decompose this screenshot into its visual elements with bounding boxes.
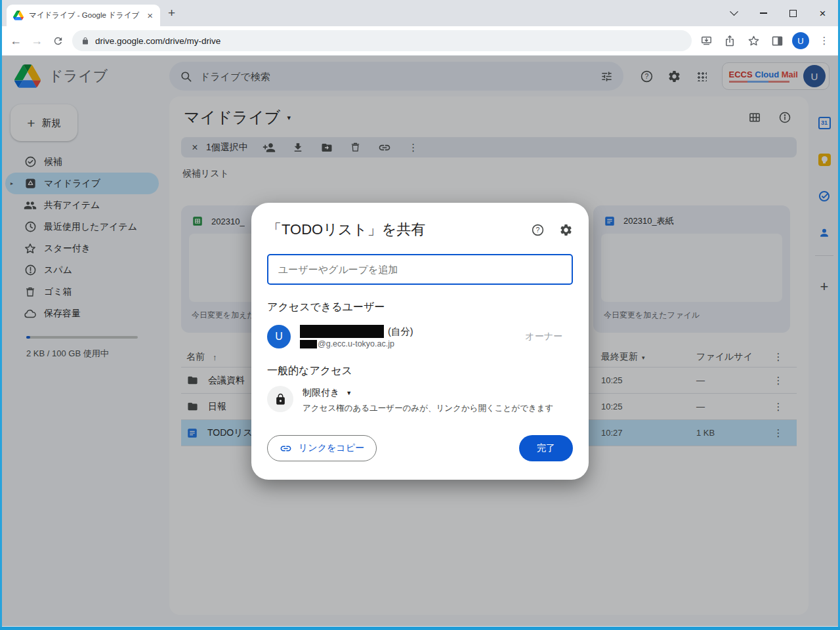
access-mode-dropdown[interactable]: 制限付き ▼ bbox=[303, 387, 553, 399]
owner-self-suffix: (自分) bbox=[388, 326, 413, 338]
owner-role-label: オーナー bbox=[525, 331, 562, 343]
tab-search-icon[interactable] bbox=[719, 0, 749, 26]
redacted-email-local-part bbox=[300, 340, 317, 348]
share-dialog: 「TODOリスト」を共有 ? アクセスできるユーザー U (自分) bbox=[251, 203, 589, 480]
window-close-button[interactable]: × bbox=[808, 0, 837, 26]
capture-border bbox=[0, 0, 2, 630]
browser-tab[interactable]: マイドライブ - Google ドライブ × bbox=[7, 5, 160, 26]
url-text: drive.google.com/drive/my-drive bbox=[95, 36, 220, 46]
https-lock-icon[interactable] bbox=[81, 37, 89, 45]
add-people-input[interactable] bbox=[267, 254, 573, 285]
access-description: アクセス権のあるユーザーのみが、リンクから開くことができます bbox=[303, 403, 553, 414]
tab-close-icon[interactable]: × bbox=[145, 10, 155, 20]
done-button[interactable]: 完了 bbox=[519, 435, 573, 461]
general-access-label: 一般的なアクセス bbox=[267, 364, 573, 378]
side-panel-icon[interactable] bbox=[766, 30, 788, 51]
reload-button[interactable] bbox=[47, 30, 68, 51]
drive-favicon bbox=[13, 10, 24, 20]
titlebar: マイドライブ - Google ドライブ × + × bbox=[0, 0, 840, 26]
new-tab-button[interactable]: + bbox=[168, 7, 175, 19]
owner-avatar: U bbox=[267, 325, 291, 348]
tab-title: マイドライブ - Google ドライブ bbox=[29, 10, 145, 20]
owner-email-domain: @g.ecc.u-tokyo.ac.jp bbox=[318, 339, 394, 348]
drive-page: ドライブ ? bbox=[0, 56, 840, 626]
share-icon[interactable] bbox=[719, 30, 740, 51]
capture-border bbox=[0, 627, 840, 630]
forward-button: → bbox=[26, 30, 47, 51]
link-icon bbox=[280, 442, 292, 455]
owner-row[interactable]: U (自分) @g.ecc.u-tokyo.ac.jp オーナー bbox=[267, 325, 573, 348]
lock-icon bbox=[267, 386, 293, 412]
browser-toolbar: ← → drive.google.com/drive/my-drive U bbox=[0, 26, 840, 56]
browser-profile-avatar[interactable]: U bbox=[792, 32, 809, 49]
redacted-owner-name bbox=[300, 325, 384, 338]
save-page-icon[interactable] bbox=[696, 30, 717, 51]
back-button[interactable]: ← bbox=[5, 30, 26, 51]
window-maximize-button[interactable] bbox=[778, 0, 808, 26]
dialog-title: 「TODOリスト」を共有 bbox=[267, 220, 425, 240]
bookmark-star-icon[interactable] bbox=[743, 30, 764, 51]
browser-window: マイドライブ - Google ドライブ × + × ← → drive.goo… bbox=[0, 0, 840, 630]
address-bar[interactable]: drive.google.com/drive/my-drive bbox=[72, 30, 692, 51]
people-with-access-label: アクセスできるユーザー bbox=[267, 301, 573, 314]
dropdown-caret-icon: ▼ bbox=[346, 390, 352, 396]
share-settings-gear-icon[interactable] bbox=[559, 223, 573, 237]
copy-link-button[interactable]: リンクをコピー bbox=[267, 435, 377, 461]
svg-text:?: ? bbox=[536, 226, 540, 234]
window-minimize-button[interactable] bbox=[749, 0, 778, 26]
help-icon[interactable]: ? bbox=[531, 223, 545, 237]
browser-menu-icon[interactable]: ⋮ bbox=[814, 30, 835, 51]
